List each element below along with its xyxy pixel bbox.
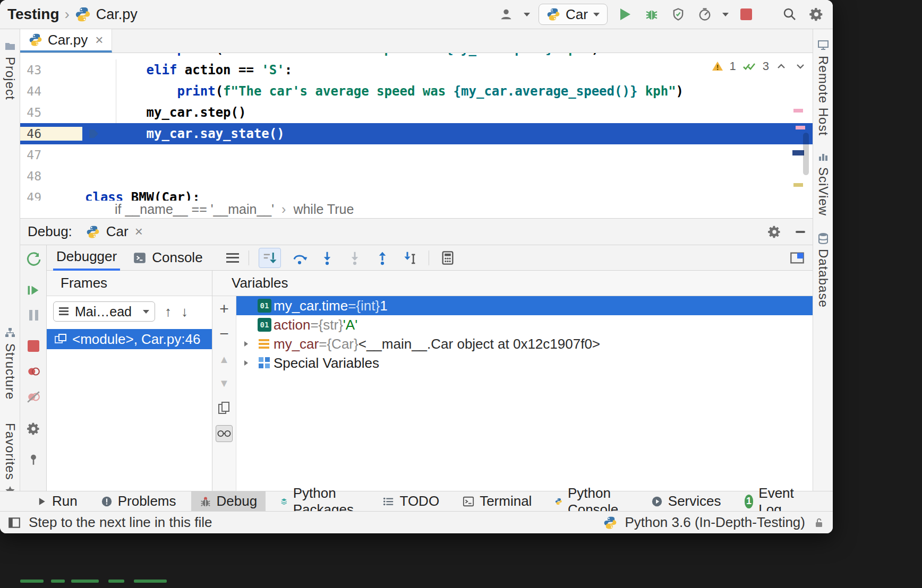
expand-chevron-icon[interactable] [236, 359, 255, 367]
layout-settings-button[interactable] [788, 249, 806, 267]
profiler-caret-icon[interactable] [722, 13, 729, 16]
thread-selector[interactable]: Mai…ead [53, 301, 155, 322]
toolwindow-toggle-icon[interactable] [7, 516, 21, 530]
editor-scrollbar[interactable] [791, 53, 813, 201]
scrollbar-thumb[interactable] [803, 133, 809, 175]
next-problem-chevron-icon[interactable] [793, 60, 807, 73]
force-step-into-button[interactable] [346, 249, 364, 267]
editor-tab-car-py[interactable]: Car.py × [20, 29, 112, 53]
search-everywhere-button[interactable] [781, 5, 799, 23]
expand-chevron-icon[interactable] [236, 340, 255, 348]
variable-row-my-car-time[interactable]: 01 my_car.time = {int} 1 [236, 296, 813, 315]
toolwindow-problems[interactable]: Problems [92, 491, 185, 511]
breadcrumb-project[interactable]: Testing [7, 6, 59, 23]
line-number: 45 [20, 106, 82, 119]
toolwindow-debug[interactable]: Debug [191, 491, 266, 511]
toolwindow-event-log[interactable]: 1 Event Log [736, 491, 808, 511]
code-line-partial[interactable]: print(f"The car's current speed is {my_c… [20, 53, 813, 59]
pin-button[interactable] [24, 451, 42, 469]
debug-button[interactable] [643, 5, 661, 23]
stripe-button-structure[interactable]: Structure [0, 326, 20, 400]
code-editor[interactable]: print(f"The car's current speed is {my_c… [20, 53, 813, 201]
rerun-button[interactable] [24, 250, 42, 269]
step-over-button[interactable] [291, 249, 309, 267]
debug-session-tab[interactable]: Car [106, 223, 129, 240]
stripe-button-sciview[interactable]: SciView [813, 150, 833, 216]
session-close-icon[interactable]: × [135, 223, 143, 240]
resume-button[interactable] [24, 281, 42, 299]
prev-problem-chevron-icon[interactable] [774, 60, 788, 73]
code-line-44[interactable]: 44 print(f"The car's average speed was {… [20, 81, 813, 102]
special-variables-icon [255, 357, 274, 369]
frame-row[interactable]: <module>, Car.py:46 [47, 329, 212, 349]
step-out-button[interactable] [373, 249, 391, 267]
move-up-button[interactable]: ▲ [216, 351, 233, 368]
profiler-button[interactable] [696, 5, 714, 23]
breadcrumb-file[interactable]: Car.py [96, 6, 138, 23]
breakpoints-icon [25, 365, 41, 378]
stop-button[interactable] [737, 5, 755, 23]
variable-row-action[interactable]: 01 action = {str} 'A' [236, 315, 813, 334]
debug-action-column [20, 245, 47, 491]
code-line-43[interactable]: 43 elif action == 'S': [20, 59, 813, 81]
lock-icon[interactable] [813, 516, 825, 530]
pause-button[interactable] [24, 306, 42, 324]
frame-down-button[interactable]: ↓ [181, 304, 188, 320]
run-config-selector[interactable]: Car [539, 4, 608, 25]
code-line-46[interactable]: 46 my_car.say_state() [20, 123, 813, 144]
code-text: print(f"The car's current speed is {my_c… [82, 53, 599, 56]
interpreter-label[interactable]: Python 3.6 (In-Depth-Testing) [625, 514, 805, 531]
run-to-cursor-button[interactable] [401, 249, 419, 267]
show-execution-point-icon [262, 250, 278, 266]
mute-breakpoints-button[interactable] [24, 388, 42, 406]
toolwindow-terminal[interactable]: Terminal [454, 491, 540, 511]
evaluate-expression-button[interactable] [439, 249, 457, 267]
equals-sign: = [348, 298, 356, 314]
coverage-button[interactable] [669, 5, 687, 23]
toolwindow-todo[interactable]: TODO [374, 491, 448, 511]
stripe-button-database[interactable]: Database [813, 232, 833, 308]
event-log-badge: 1 [745, 495, 754, 508]
variable-name: my_car [274, 336, 319, 352]
toolwindow-python-console[interactable]: Python Console [547, 491, 636, 511]
view-options-icon[interactable] [226, 253, 239, 263]
step-into-button[interactable] [318, 249, 336, 267]
code-line-49[interactable]: 49class BMW(Car): [20, 187, 813, 201]
code-line-47[interactable]: 47 [20, 144, 813, 166]
stripe-button-favorites[interactable]: Favorites [0, 423, 20, 497]
remove-watch-button[interactable]: − [216, 325, 233, 342]
code-line-48[interactable]: 48 [20, 166, 813, 187]
variable-row-my-car[interactable]: my_car = {Car} <__main__.Car object at 0… [236, 334, 813, 353]
stripe-button-remote-host[interactable]: Remote Host [813, 39, 833, 136]
duplicate-watch-button[interactable] [216, 400, 233, 417]
run-button[interactable] [616, 5, 634, 23]
debug-settings-gear-icon[interactable] [767, 224, 782, 239]
breadcrumb-while-true[interactable]: while True [293, 202, 354, 217]
ide-settings-button[interactable] [807, 5, 825, 23]
toolwindow-run[interactable]: Run [28, 491, 86, 511]
show-watches-toggle[interactable] [216, 425, 233, 442]
tab-close-icon[interactable]: × [95, 32, 103, 48]
stripe-label-sciview: SciView [816, 167, 831, 216]
toolwindow-services[interactable]: Services [643, 491, 730, 511]
toolwindow-python-packages[interactable]: Python Packages [272, 491, 368, 511]
view-breakpoints-button[interactable] [24, 362, 42, 381]
tab-debugger[interactable]: Debugger [53, 245, 120, 271]
inspection-widget[interactable]: 1 3 [711, 59, 808, 73]
tab-console[interactable]: Console [130, 245, 206, 271]
right-tool-stripe: Remote Host SciView Database [813, 29, 833, 511]
code-line-45[interactable]: 45 my_car.step() [20, 102, 813, 123]
stop-debug-button[interactable] [24, 337, 42, 355]
debug-layout-settings-button[interactable] [24, 420, 42, 438]
add-watch-button[interactable]: + [216, 300, 233, 317]
frame-up-button[interactable]: ↑ [165, 304, 172, 320]
stripe-button-project[interactable]: Project [0, 40, 20, 100]
move-down-button[interactable]: ▼ [216, 375, 233, 392]
variable-row-special-variables[interactable]: Special Variables [236, 353, 813, 373]
user-dropdown-caret-icon[interactable] [524, 13, 530, 16]
minimize-icon[interactable] [796, 231, 805, 233]
scroll-mark [792, 150, 804, 155]
user-button[interactable] [497, 5, 515, 23]
show-execution-point-button[interactable] [259, 248, 281, 268]
breadcrumb-if-main[interactable]: if __name__ == '__main__' [115, 202, 274, 217]
